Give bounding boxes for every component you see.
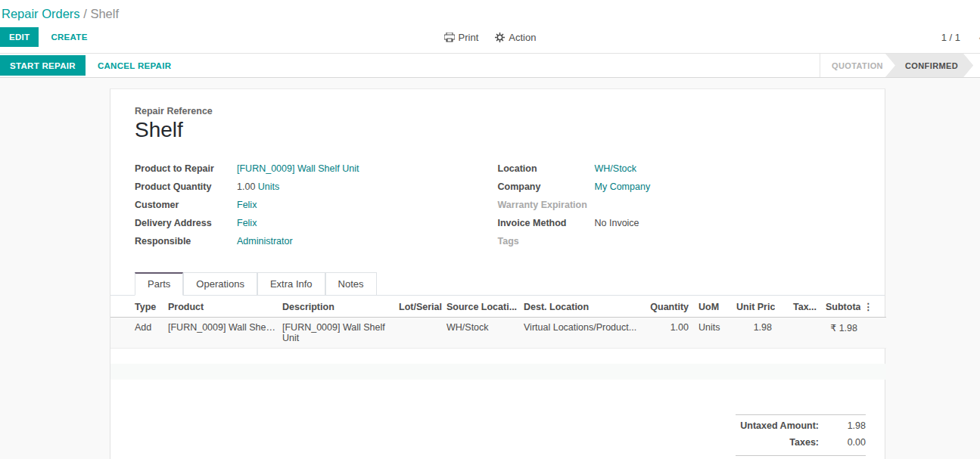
field-delivery-address: Delivery Address Felix bbox=[135, 218, 498, 229]
field-label: Invoice Method bbox=[498, 218, 595, 229]
taxes-row: Taxes: 0.00 bbox=[736, 437, 866, 448]
cell-subtotal[interactable]: ₹ 1.98 bbox=[823, 318, 860, 349]
repair-reference-value: Shelf bbox=[135, 118, 860, 142]
cell-quantity[interactable]: 1.00 bbox=[642, 318, 692, 349]
untaxed-amount-value: 1.98 bbox=[819, 420, 866, 431]
taxes-value: 0.00 bbox=[819, 437, 866, 448]
printer-icon bbox=[444, 33, 455, 42]
parts-table-row[interactable]: Add [FURN_0009] Wall Shelf U... [FURN_00… bbox=[110, 318, 886, 349]
empty-row bbox=[110, 364, 886, 380]
product-quantity-uom-link[interactable]: Units bbox=[258, 181, 279, 192]
col-header-unit-price[interactable]: Unit Price bbox=[733, 296, 775, 318]
totals-panel: Untaxed Amount: 1.98 Taxes: 0.00 Total: … bbox=[736, 414, 866, 459]
field-label: Location bbox=[498, 163, 595, 175]
cell-uom[interactable]: Units bbox=[692, 318, 733, 349]
col-header-subtotal[interactable]: Subtotal bbox=[823, 296, 860, 318]
product-quantity-value: 1.00 bbox=[237, 181, 255, 192]
field-invoice-method: Invoice Method No Invoice bbox=[498, 218, 861, 229]
location-link[interactable]: WH/Stock bbox=[595, 163, 637, 174]
col-header-dest-location[interactable]: Dest. Location bbox=[521, 296, 642, 318]
stage-repaired[interactable]: REPA bbox=[973, 54, 980, 77]
company-link[interactable]: My Company bbox=[595, 181, 651, 192]
create-button[interactable]: CREATE bbox=[49, 28, 89, 46]
statusbar: START REPAIR CANCEL REPAIR QUOTATION CON… bbox=[0, 53, 980, 78]
totals-divider bbox=[736, 455, 866, 456]
field-warranty-expiration: Warranty Expiration bbox=[498, 200, 861, 211]
stage-quotation[interactable]: QUOTATION bbox=[820, 54, 894, 77]
column-options-icon[interactable]: ⋮ bbox=[860, 296, 886, 318]
field-label: Customer bbox=[135, 200, 237, 211]
edit-button[interactable]: EDIT bbox=[0, 27, 39, 47]
action-button[interactable]: Action bbox=[495, 32, 536, 43]
field-label: Delivery Address bbox=[135, 218, 237, 229]
cancel-repair-button[interactable]: CANCEL REPAIR bbox=[98, 61, 171, 70]
field-customer: Customer Felix bbox=[135, 200, 498, 211]
field-location: Location WH/Stock bbox=[498, 163, 861, 175]
col-header-product[interactable]: Product bbox=[165, 296, 279, 318]
field-label: Company bbox=[498, 181, 595, 193]
cell-lot-serial[interactable] bbox=[396, 318, 443, 349]
parts-table: Type Product Description Lot/Serial Sour… bbox=[110, 296, 886, 380]
cell-source-location[interactable]: WH/Stock bbox=[443, 318, 521, 349]
breadcrumb-parent-link[interactable]: Repair Orders bbox=[2, 7, 80, 20]
col-header-lot-serial[interactable]: Lot/Serial bbox=[396, 296, 443, 318]
breadcrumb-current: Shelf bbox=[90, 7, 119, 20]
tab-operations[interactable]: Operations bbox=[183, 272, 257, 296]
col-header-quantity[interactable]: Quantity bbox=[642, 296, 692, 318]
col-header-taxes[interactable]: Tax... bbox=[775, 296, 823, 318]
stage-confirmed[interactable]: CONFIRMED bbox=[885, 54, 973, 77]
col-header-source-location[interactable]: Source Locati... bbox=[443, 296, 521, 318]
field-product-to-repair: Product to Repair [FURN_0009] Wall Shelf… bbox=[135, 163, 498, 175]
notebook: Parts Operations Extra Info Notes Type P… bbox=[110, 272, 885, 380]
gear-icon bbox=[495, 33, 505, 42]
field-product-quantity: Product Quantity 1.00 Units bbox=[135, 181, 498, 193]
field-company: Company My Company bbox=[498, 181, 861, 193]
field-label: Product to Repair bbox=[135, 163, 237, 175]
cell-taxes[interactable] bbox=[775, 318, 823, 349]
pager-value: 1 / 1 bbox=[941, 32, 960, 43]
field-responsible: Responsible Administrator bbox=[135, 236, 498, 247]
breadcrumb: Repair Orders / Shelf bbox=[0, 0, 980, 23]
print-button[interactable]: Print bbox=[444, 32, 479, 43]
untaxed-amount-row: Untaxed Amount: 1.98 bbox=[736, 420, 866, 431]
field-label: Warranty Expiration bbox=[498, 200, 595, 211]
col-header-description[interactable]: Description bbox=[279, 296, 396, 318]
cell-product[interactable]: [FURN_0009] Wall Shelf U... bbox=[165, 318, 279, 349]
responsible-link[interactable]: Administrator bbox=[237, 236, 293, 247]
stage-pipeline: QUOTATION CONFIRMED REPA bbox=[820, 54, 980, 77]
cell-unit-price[interactable]: 1.98 bbox=[733, 318, 775, 349]
form-view: Repair Reference Shelf Product to Repair… bbox=[0, 88, 980, 444]
col-header-uom[interactable]: UoM bbox=[692, 296, 733, 318]
taxes-label: Taxes: bbox=[789, 437, 819, 448]
field-label: Product Quantity bbox=[135, 181, 237, 193]
delivery-address-link[interactable]: Felix bbox=[237, 218, 257, 228]
field-tags: Tags bbox=[498, 236, 861, 247]
untaxed-amount-label: Untaxed Amount: bbox=[740, 420, 819, 431]
tab-extra-info[interactable]: Extra Info bbox=[257, 272, 325, 296]
field-label: Tags bbox=[498, 236, 595, 247]
cell-description[interactable]: [FURN_0009] Wall Shelf Unit bbox=[279, 318, 396, 349]
tab-parts[interactable]: Parts bbox=[135, 272, 183, 296]
cell-type[interactable]: Add bbox=[110, 318, 165, 349]
start-repair-button[interactable]: START REPAIR bbox=[0, 55, 86, 76]
form-sheet: Repair Reference Shelf Product to Repair… bbox=[110, 88, 885, 459]
invoice-method-value: No Invoice bbox=[595, 218, 639, 229]
col-header-type[interactable]: Type bbox=[110, 296, 165, 318]
repair-reference-label: Repair Reference bbox=[135, 106, 860, 116]
empty-row bbox=[110, 349, 886, 364]
product-to-repair-link[interactable]: [FURN_0009] Wall Shelf Unit bbox=[237, 163, 359, 174]
field-label: Responsible bbox=[135, 236, 237, 247]
customer-link[interactable]: Felix bbox=[237, 200, 257, 210]
tab-notes[interactable]: Notes bbox=[325, 272, 377, 296]
control-panel: EDIT CREATE Print Action 1 / 1 ‹ bbox=[0, 23, 980, 53]
cell-dest-location[interactable]: Virtual Locations/Product... bbox=[521, 318, 642, 349]
